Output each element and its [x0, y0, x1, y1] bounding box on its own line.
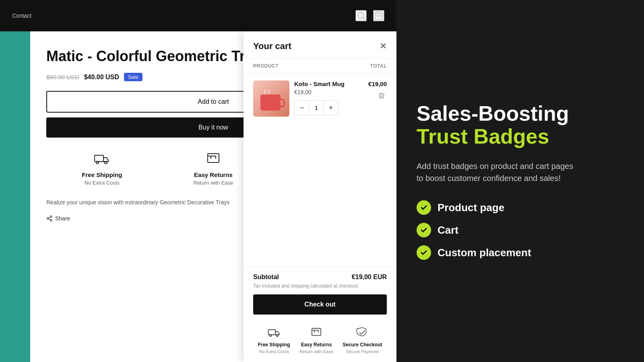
cart-columns: PRODUCT TOTAL	[244, 58, 396, 74]
svg-point-14	[276, 335, 278, 337]
cart-trust-badge-secure: Secure Checkout Secure Payment	[343, 326, 382, 354]
sale-badge: Sale	[124, 73, 142, 81]
feature-item-cart: Cart	[417, 223, 624, 237]
cart-trust-badge-returns: Easy Returns Return with Ease	[299, 326, 333, 354]
sale-price: $40.00 USD	[84, 74, 119, 81]
svg-point-0	[358, 12, 363, 18]
search-icon	[356, 11, 366, 21]
qty-value: 1	[309, 101, 324, 115]
qty-decrease-button[interactable]: −	[295, 101, 309, 115]
top-bar: Contact	[0, 0, 396, 31]
svg-point-8	[47, 218, 49, 219]
svg-point-13	[269, 335, 271, 337]
svg-line-11	[49, 217, 51, 218]
svg-rect-12	[268, 330, 275, 335]
cart-shipping-sub: No Extra Costs	[259, 349, 289, 354]
share-label: Share	[55, 215, 70, 222]
feature-item-product-page: Product page	[417, 200, 624, 215]
svg-point-4	[96, 161, 99, 164]
marketing-headline: Sales-Boosting Trust Badges	[417, 102, 624, 148]
search-button[interactable]	[355, 10, 367, 21]
cart-footer: Subtotal €19,00 EUR Tax included and shi…	[244, 267, 396, 362]
cart-secure-title: Secure Checkout	[343, 342, 382, 348]
subtotal-row: Subtotal €19,00 EUR	[253, 274, 387, 281]
cart-item-image	[253, 80, 289, 117]
nav-contact[interactable]: Contact	[12, 12, 31, 19]
cart-secure-sub: Secure Payment	[346, 349, 379, 354]
feature-list: Product page Cart Custom placement	[417, 200, 624, 260]
checkout-button[interactable]: Check out	[253, 294, 387, 315]
subtotal-amount: €19,00 EUR	[352, 274, 387, 281]
cart-item-total: €19,00	[368, 80, 387, 87]
shipping-badge-sub: No Extra Costs	[85, 180, 120, 186]
cart-items-list: Koto - Smart Mug €19,00 − 1 + €19,00	[244, 74, 396, 267]
shipping-badge-title: Free Shipping	[82, 171, 122, 178]
cart-close-button[interactable]: ✕	[380, 41, 387, 51]
return-icon	[204, 149, 223, 168]
svg-point-9	[50, 219, 52, 221]
svg-point-7	[50, 216, 52, 217]
svg-rect-6	[208, 154, 219, 162]
shop-panel: Contact Matic - Colorful Geometric Trays…	[0, 0, 396, 362]
col-total: TOTAL	[370, 63, 387, 69]
svg-point-5	[105, 161, 107, 164]
cart-item-right: €19,00	[368, 80, 387, 103]
check-icon-3	[417, 245, 431, 260]
cart-title: Your cart	[253, 41, 291, 51]
headline-line2: Trust Badges	[417, 125, 549, 148]
headline-line1: Sales-Boosting	[417, 102, 569, 125]
top-bar-icons	[355, 10, 384, 21]
teal-accent	[0, 31, 30, 362]
cart-truck-icon	[268, 326, 281, 340]
trash-icon	[378, 92, 385, 99]
cart-button[interactable]	[373, 10, 384, 21]
share-button[interactable]: Share	[46, 215, 70, 222]
share-icon	[46, 215, 53, 222]
cart-item-name: Koto - Smart Mug	[294, 80, 363, 87]
cart-shield-icon	[356, 326, 369, 340]
returns-badge-title: Easy Returns	[194, 171, 233, 178]
cart-return-icon	[310, 326, 323, 340]
cart-item-details: Koto - Smart Mug €19,00 − 1 +	[294, 80, 363, 115]
cart-returns-sub: Return with Ease	[299, 349, 333, 354]
check-icon-1	[417, 200, 431, 215]
cart-item: Koto - Smart Mug €19,00 − 1 + €19,00	[253, 80, 387, 117]
svg-rect-15	[312, 328, 321, 335]
feature-label-2: Cart	[438, 224, 458, 237]
mug-image	[253, 80, 289, 117]
subtotal-label: Subtotal	[253, 274, 279, 281]
cart-shipping-title: Free Shipping	[258, 342, 290, 348]
trust-badge-shipping: Free Shipping No Extra Costs	[46, 149, 158, 186]
feature-item-custom: Custom placement	[417, 245, 624, 260]
svg-line-1	[363, 18, 365, 19]
cart-item-unit-price: €19,00	[294, 89, 363, 95]
cart-header: Your cart ✕	[244, 31, 396, 58]
cart-popup: Your cart ✕ PRODUCT TOTAL	[244, 31, 396, 362]
qty-increase-button[interactable]: +	[324, 101, 338, 115]
quantity-controls: − 1 +	[294, 100, 339, 115]
feature-label-1: Product page	[438, 202, 504, 214]
truck-icon	[92, 149, 111, 168]
cart-trust-badge-shipping: Free Shipping No Extra Costs	[258, 326, 290, 354]
marketing-description: Add trust badges on product and cart pag…	[417, 160, 578, 184]
svg-line-10	[49, 219, 51, 220]
nav-left: Contact	[12, 12, 31, 19]
marketing-panel: Sales-Boosting Trust Badges Add trust ba…	[396, 0, 644, 362]
tax-note: Tax included and shipping calculated at …	[253, 283, 387, 289]
cart-icon	[374, 11, 384, 21]
cart-returns-title: Easy Returns	[301, 342, 332, 348]
check-icon-2	[417, 223, 431, 237]
col-product: PRODUCT	[253, 63, 279, 69]
svg-rect-3	[95, 155, 103, 162]
feature-label-3: Custom placement	[438, 247, 531, 259]
returns-badge-sub: Return with Ease	[194, 180, 233, 186]
product-area: Matic - Colorful Geometric Trays $60.00 …	[0, 31, 396, 362]
cart-trust-badges: Free Shipping No Extra Costs Easy Return…	[253, 321, 387, 356]
cart-item-delete-button[interactable]	[376, 90, 387, 103]
original-price: $60.00 USD	[46, 74, 79, 80]
